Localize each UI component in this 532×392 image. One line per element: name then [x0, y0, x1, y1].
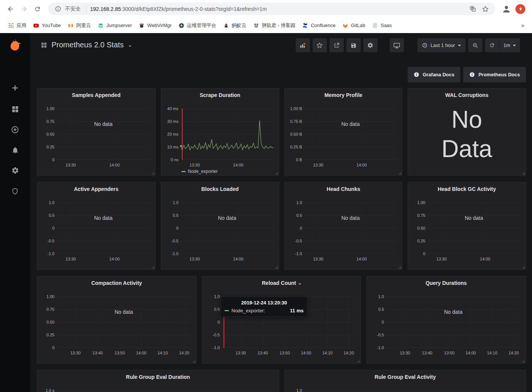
saas-icon: [372, 23, 378, 29]
panel-title[interactable]: Blocks Loaded: [161, 185, 279, 193]
panel-resize-handle[interactable]: [151, 265, 154, 269]
no-data-text: No data: [57, 215, 150, 221]
prometheus-docs-button[interactable]: Prometheus Docs: [463, 67, 526, 82]
y-axis: 1.0: [288, 390, 304, 392]
title-caret-icon[interactable]: [128, 42, 131, 48]
bookmark-webvirmgr[interactable]: WebVirMgr: [135, 21, 175, 30]
x-axis: 13:3014:00: [428, 254, 520, 261]
profile-avatar-icon[interactable]: [501, 4, 512, 14]
panel-title[interactable]: Compaction Activity: [37, 279, 196, 287]
back-icon[interactable]: [5, 3, 16, 15]
dashboard-grid-icon[interactable]: [41, 42, 47, 48]
dashboard-title[interactable]: Prometheus 2.0 Stats: [51, 41, 124, 49]
server-admin-shield-icon[interactable]: [11, 187, 20, 196]
grafana-main: Prometheus 2.0 Stats Last 1 hour 1m: [30, 33, 532, 392]
save-dashboard-button[interactable]: [346, 38, 361, 52]
panel-title[interactable]: Head Block GC Activity: [408, 185, 526, 193]
x-axis: 13:3014:00: [304, 254, 397, 261]
panel-resize-handle[interactable]: [521, 265, 525, 269]
star-dashboard-button[interactable]: [313, 38, 327, 52]
panel-samples-appended: Samples Appended 1.000.750.500.250 No da…: [37, 88, 156, 176]
panel-title[interactable]: Head Chunks: [285, 185, 402, 193]
reload-icon[interactable]: [32, 3, 43, 15]
bookmark-gitlab[interactable]: GitLab: [339, 21, 369, 30]
configuration-gear-icon[interactable]: [11, 166, 20, 175]
bookmark-youtube[interactable]: YouTube: [30, 21, 64, 30]
bookmark-jumpserver[interactable]: Jumpserver: [94, 21, 135, 30]
series-start-point: [180, 145, 182, 147]
add-panel-button[interactable]: [296, 38, 310, 52]
panel-resize-handle[interactable]: [357, 359, 360, 363]
bookmark-blog[interactable]: 胖鼠君 - 博客园: [250, 21, 299, 30]
panel-resize-handle[interactable]: [521, 171, 525, 175]
time-range-label: Last 1 hour: [431, 42, 455, 48]
share-dashboard-button[interactable]: [329, 38, 344, 52]
tv-mode-button[interactable]: [390, 38, 404, 52]
explore-compass-icon[interactable]: [11, 125, 20, 134]
panel-resize-handle[interactable]: [398, 265, 401, 269]
plot-area[interactable]: [181, 109, 274, 160]
panel-resize-handle[interactable]: [275, 265, 278, 269]
update-available-icon[interactable]: [515, 4, 525, 14]
bookmark-saas[interactable]: Saas: [369, 21, 395, 30]
plot-area[interactable]: No data: [304, 203, 397, 254]
panel-title[interactable]: Rule Group Eval Duration: [37, 373, 279, 381]
panel-title[interactable]: Memory Profile: [285, 91, 402, 99]
plot-area[interactable]: No data: [304, 109, 397, 160]
panel-title[interactable]: Scrape Duration: [161, 91, 279, 99]
dashboards-icon[interactable]: [11, 104, 20, 114]
bookmark-antcloud[interactable]: 蚂蚁云: [220, 21, 250, 30]
bookmark-star-icon[interactable]: [481, 5, 490, 14]
bookmarks-overflow-chevron[interactable]: »: [518, 22, 527, 29]
alerting-bell-icon[interactable]: [11, 145, 20, 154]
panel-title[interactable]: Samples Appended: [37, 91, 155, 99]
url-bar[interactable]: 不安全 192.168.2.85 :3000/d/kEtp8XfZk/prome…: [48, 3, 495, 15]
panel-resize-handle[interactable]: [521, 359, 525, 363]
plot-area[interactable]: No data: [386, 297, 520, 348]
plot-area[interactable]: No data: [57, 297, 191, 348]
grafana-logo-icon[interactable]: [8, 37, 23, 53]
refresh-interval-dropdown[interactable]: 1m: [499, 38, 520, 52]
info-icon: [414, 72, 419, 77]
site-info-icon[interactable]: [53, 5, 62, 14]
create-plus-icon[interactable]: [11, 83, 20, 92]
panel-head-block-gc-activity: Head Block GC Activity 1.000.750.500.250…: [408, 182, 526, 270]
plot-area[interactable]: No data: [428, 203, 520, 254]
panel-title[interactable]: Reload Count: [203, 279, 361, 287]
plot-area[interactable]: [304, 390, 520, 392]
panel-resize-handle[interactable]: [398, 171, 401, 175]
bookmark-ops-platform[interactable]: 运维管理平台: [175, 21, 220, 30]
aliyun-icon: [68, 23, 74, 29]
apps-grid-icon: [8, 23, 14, 29]
time-range-picker[interactable]: Last 1 hour: [417, 38, 466, 52]
ops-platform-icon: [178, 23, 184, 29]
bookmark-confluence[interactable]: Confluence: [299, 21, 339, 30]
no-data-text: No data: [57, 121, 150, 127]
panel-title[interactable]: Query Durations: [367, 279, 526, 287]
panel-title[interactable]: WAL Corruptions: [408, 91, 526, 99]
y-axis: 1.00.50-0.5-1.0: [288, 203, 304, 254]
panel-title[interactable]: Rule Group Eval Activity: [285, 373, 526, 381]
gitlab-icon: [342, 23, 348, 29]
plot-area[interactable]: No data: [57, 203, 150, 254]
dashboard-settings-button[interactable]: [363, 38, 378, 52]
panel-resize-handle[interactable]: [151, 171, 154, 175]
series-legend[interactable]: Node_exporter: [181, 169, 279, 174]
panel-menu-caret-icon[interactable]: [298, 280, 301, 286]
zoom-out-button[interactable]: [468, 38, 482, 52]
bookmark-aliyun[interactable]: 阿里云: [64, 21, 94, 30]
tooltip-series-label: Node_exporter:: [231, 308, 265, 313]
y-axis: 1.00.50-0.5-1.0: [164, 203, 181, 254]
bookmark-apps[interactable]: 应用: [5, 21, 30, 30]
plot-area[interactable]: [57, 390, 274, 392]
grafana-docs-button[interactable]: Grafana Docs: [408, 67, 461, 82]
dashboard-toolbar: Last 1 hour 1m: [296, 38, 520, 52]
panel-resize-handle[interactable]: [192, 359, 195, 363]
plot-area[interactable]: No data: [57, 109, 150, 160]
y-axis: 1.00.50-0.5-1.0: [40, 203, 57, 254]
panel-title[interactable]: Active Appenders: [37, 185, 155, 193]
refresh-button[interactable]: [485, 38, 499, 52]
plot-area[interactable]: No data: [181, 203, 274, 254]
translate-icon[interactable]: [468, 5, 477, 14]
panel-scrape-duration: Scrape Duration 40 ms30 ms20 ms10 ms0 ns…: [161, 88, 279, 176]
